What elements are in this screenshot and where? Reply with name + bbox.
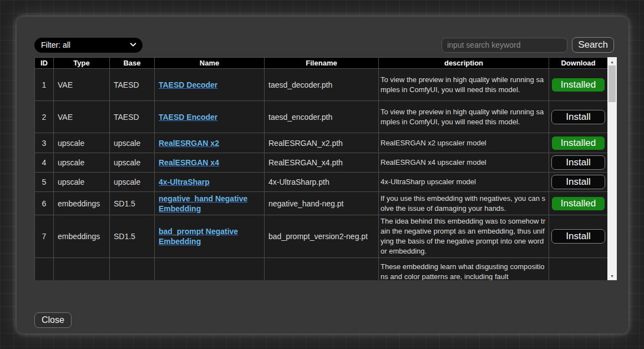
search-area: Search (442, 37, 614, 53)
header-download: Download (549, 58, 608, 69)
installed-button[interactable]: Installed (551, 78, 605, 92)
cell-description: RealESRGAN x2 upscaler model (379, 133, 549, 153)
cell-download: Install (549, 173, 608, 192)
model-table: ID Type Base Name Filename description D… (34, 57, 608, 280)
cell-type: embeddings (54, 215, 110, 258)
cell-description: 4x-UltraSharp upscaler model (379, 173, 549, 192)
cell-description: To view the preview in high quality whil… (379, 101, 549, 133)
cell-base: upscale (110, 173, 155, 192)
cell-filename: RealESRGAN_x2.pth (265, 133, 379, 153)
table-row: 6 embeddings SD1.5 negative_hand Negativ… (35, 192, 608, 215)
cell-base (110, 258, 155, 281)
cell-download: Installed (549, 133, 608, 153)
cell-id (35, 258, 54, 281)
table-row: 7 embeddings SD1.5 bad_prompt Negative E… (35, 215, 608, 258)
cell-name: RealESRGAN x2 (155, 133, 265, 153)
header-name: Name (155, 58, 265, 69)
cell-id: 5 (35, 173, 54, 192)
scrollbar-up-arrow[interactable]: ▲ (607, 58, 617, 65)
header-filename: Filename (265, 58, 379, 69)
table-scrollbar[interactable]: ▲ ▼ (607, 57, 617, 280)
header-id: ID (35, 58, 54, 69)
table-row: 3 upscale upscale RealESRGAN x2 RealESRG… (35, 133, 608, 153)
cell-name: TAESD Encoder (155, 101, 265, 133)
cell-base: upscale (110, 133, 155, 153)
header-description: description (379, 58, 549, 69)
cell-filename: 4x-UltraSharp.pth (265, 173, 379, 192)
table-header-row: ID Type Base Name Filename description D… (35, 58, 608, 69)
table-row: 2 VAE TAESD TAESD Encoder taesd_encoder.… (35, 101, 608, 133)
install-button[interactable]: Install (551, 229, 605, 244)
model-manager-dialog: Filter: all Search ID Type Base Name (17, 17, 628, 333)
toolbar: Filter: all Search (34, 37, 614, 53)
cell-base: TAESD (110, 101, 155, 133)
chevron-down-icon (129, 41, 137, 50)
model-name-link[interactable]: RealESRGAN x4 (159, 158, 219, 167)
cell-type: upscale (54, 173, 110, 192)
cell-filename: negative_hand-neg.pt (265, 192, 379, 215)
cell-filename: RealESRGAN_x4.pth (265, 153, 379, 173)
install-button[interactable]: Install (551, 175, 605, 189)
table-row: These embedding learn what disgusting co… (35, 258, 608, 281)
cell-filename: taesd_decoder.pth (265, 69, 379, 101)
scrollbar-thumb[interactable] (608, 65, 616, 102)
cell-name: 4x-UltraSharp (155, 173, 265, 192)
cell-description: RealESRGAN x4 upscaler model (379, 153, 549, 173)
filter-dropdown-value: Filter: all (41, 41, 129, 49)
cell-name: negative_hand Negative Embedding (155, 192, 265, 215)
cell-id: 4 (35, 153, 54, 173)
cell-id: 2 (35, 101, 54, 133)
cell-id: 3 (35, 133, 54, 153)
cell-description: These embedding learn what disgusting co… (379, 258, 549, 281)
installed-button[interactable]: Installed (551, 196, 605, 211)
cell-name: bad_prompt Negative Embedding (155, 215, 265, 258)
model-table-container: ID Type Base Name Filename description D… (34, 57, 617, 280)
search-input[interactable] (442, 38, 567, 53)
cell-filename (265, 258, 379, 281)
cell-download (549, 258, 608, 281)
cell-base: TAESD (110, 69, 155, 101)
cell-id: 7 (35, 215, 54, 258)
cell-base: upscale (110, 153, 155, 173)
cell-name: TAESD Decoder (155, 69, 265, 101)
cell-type: upscale (54, 133, 110, 153)
cell-type: VAE (54, 101, 110, 133)
cell-filename: bad_prompt_version2-neg.pt (265, 215, 379, 258)
filter-dropdown[interactable]: Filter: all (34, 38, 143, 53)
model-name-link[interactable]: RealESRGAN x2 (159, 139, 219, 148)
table-row: 5 upscale upscale 4x-UltraSharp 4x-Ultra… (35, 173, 608, 192)
model-name-link[interactable]: bad_prompt Negative Embedding (159, 227, 238, 246)
cell-type: VAE (54, 69, 110, 101)
cell-type (54, 258, 110, 281)
model-name-link[interactable]: TAESD Encoder (159, 113, 217, 122)
cell-type: upscale (54, 153, 110, 173)
cell-download: Install (549, 101, 608, 133)
cell-name: RealESRGAN x4 (155, 153, 265, 173)
close-button[interactable]: Close (34, 312, 72, 328)
cell-description: To view the preview in high quality whil… (379, 69, 549, 101)
cell-description: The idea behind this embedding was to so… (379, 215, 549, 258)
install-button[interactable]: Install (551, 110, 605, 124)
install-button[interactable]: Install (551, 155, 605, 170)
scrollbar-down-arrow[interactable]: ▼ (607, 272, 617, 280)
model-name-link[interactable]: 4x-UltraSharp (159, 178, 210, 186)
header-type: Type (54, 58, 110, 69)
installed-button[interactable]: Installed (551, 136, 605, 150)
cell-name (155, 258, 265, 281)
cell-filename: taesd_encoder.pth (265, 101, 379, 133)
cell-id: 6 (35, 192, 54, 215)
cell-id: 1 (35, 69, 54, 101)
cell-base: SD1.5 (110, 192, 155, 215)
cell-download: Installed (549, 69, 608, 101)
cell-download: Install (549, 215, 608, 258)
cell-download: Install (549, 153, 608, 173)
table-row: 4 upscale upscale RealESRGAN x4 RealESRG… (35, 153, 608, 173)
table-row: 1 VAE TAESD TAESD Decoder taesd_decoder.… (35, 69, 608, 101)
model-name-link[interactable]: negative_hand Negative Embedding (159, 194, 247, 213)
header-base: Base (110, 58, 155, 69)
model-name-link[interactable]: TAESD Decoder (159, 80, 217, 89)
search-button[interactable]: Search (572, 37, 614, 53)
cell-type: embeddings (54, 192, 110, 215)
cell-base: SD1.5 (110, 215, 155, 258)
cell-download: Installed (549, 192, 608, 215)
